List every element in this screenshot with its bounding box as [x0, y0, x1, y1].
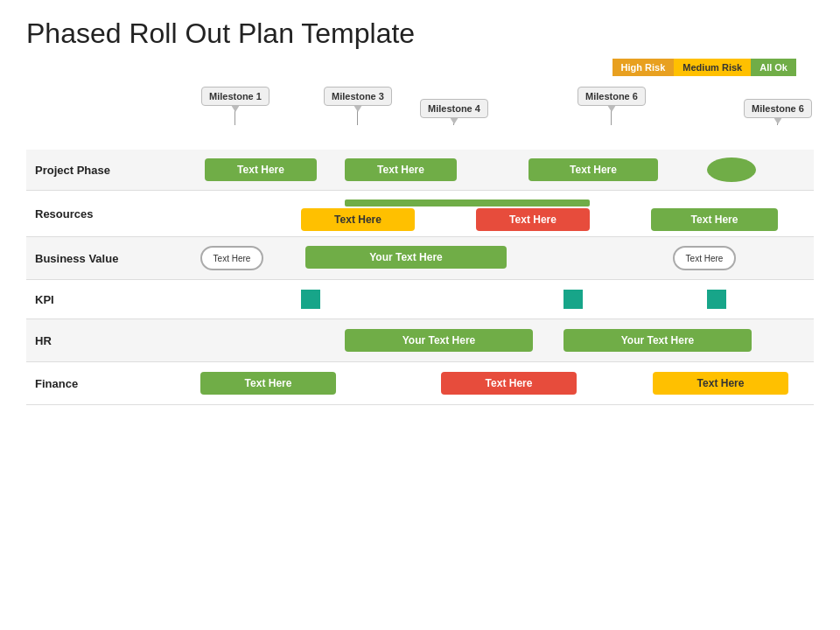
resources-bar-2: Text Here [476, 208, 590, 231]
kpi-block-3 [707, 290, 726, 309]
milestone-6a: Milestone 6 [578, 87, 646, 125]
finance-bar-3: Text Here [653, 372, 788, 395]
legend-all-ok: All Ok [751, 59, 796, 76]
business-value-bar-1: Your Text Here [305, 246, 507, 269]
legend: High Risk Medium Risk All Ok [612, 59, 796, 76]
legend-high-risk: High Risk [612, 59, 675, 76]
finance-bar-2: Text Here [441, 372, 577, 395]
resources-thin-bar [345, 200, 590, 206]
kpi-block-1 [301, 290, 320, 309]
kpi-block-2 [564, 290, 583, 309]
finance-bar-1: Text Here [200, 372, 336, 395]
row-label-resources: Resources [26, 191, 149, 237]
row-label-project-phase: Project Phase [26, 150, 149, 191]
milestone-3: Milestone 3 [324, 87, 392, 125]
project-phase-oval [707, 158, 756, 182]
project-phase-bar-2: Text Here [345, 158, 457, 181]
milestone-4: Milestone 4 [420, 99, 488, 125]
row-label-hr: HR [26, 319, 149, 362]
milestone-6b: Milestone 6 [744, 99, 812, 125]
resources-bar-1: Text Here [301, 208, 415, 231]
business-value-outline-2: Text Here [673, 246, 736, 270]
row-label-finance: Finance [26, 362, 149, 405]
page-title: Phased Roll Out Plan Template [26, 18, 814, 50]
project-phase-bar-3: Text Here [528, 158, 658, 181]
business-value-outline-1: Text Here [200, 246, 263, 270]
hr-bar-2: Your Text Here [564, 329, 752, 352]
hr-bar-1: Your Text Here [345, 329, 533, 352]
milestone-1: Milestone 1 [201, 87, 270, 125]
legend-medium-risk: Medium Risk [674, 59, 751, 76]
project-phase-bar-1: Text Here [205, 158, 317, 181]
row-label-kpi: KPI [26, 280, 149, 319]
row-label-business-value: Business Value [26, 237, 149, 280]
resources-bar-3: Text Here [651, 208, 778, 231]
